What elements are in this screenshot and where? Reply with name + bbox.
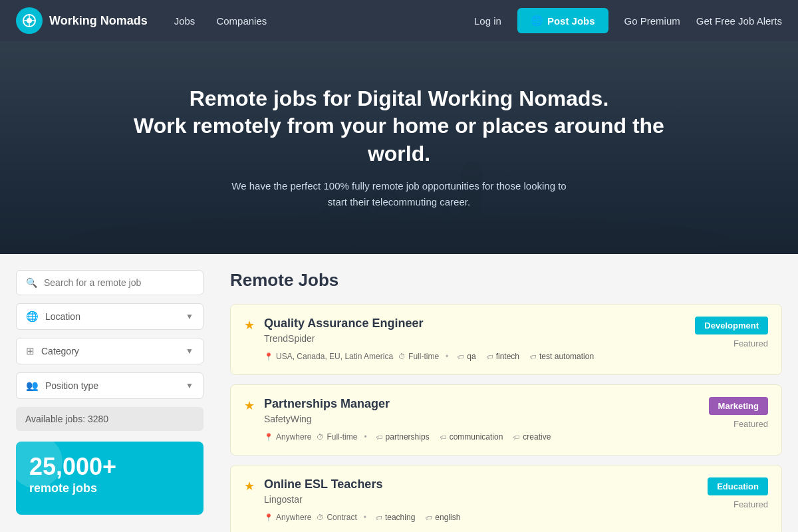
- post-jobs-icon: 🌐: [531, 15, 543, 27]
- tag-icon-1a: 🏷: [376, 434, 383, 441]
- tag-icon-1b: 🏷: [440, 434, 447, 441]
- tag-icon-2a: 🏷: [376, 514, 382, 521]
- job-star-0: ★: [244, 318, 255, 332]
- job-badge-2[interactable]: Education: [708, 477, 768, 495]
- hero-content: Remote jobs for Digital Working Nomads.W…: [0, 41, 798, 254]
- location-dropdown[interactable]: 🌐 Location ▼: [16, 303, 203, 330]
- job-location-2: 📍 Anywhere: [264, 513, 311, 522]
- job-right-2: Education Featured: [688, 477, 768, 509]
- clock-icon-2: ⏱: [317, 513, 324, 521]
- nav-logo[interactable]: Working Nomads: [16, 7, 148, 34]
- tag-icon-0c: 🏷: [530, 353, 537, 360]
- tag-qa: 🏷qa: [455, 350, 478, 362]
- category-chevron-icon: ▼: [186, 346, 194, 356]
- job-badge-0[interactable]: Development: [695, 317, 768, 334]
- post-jobs-button[interactable]: 🌐 Post Jobs: [517, 8, 608, 33]
- jobs-section-title: Remote Jobs: [230, 270, 782, 291]
- logo-text: Working Nomads: [49, 14, 148, 28]
- job-info-1: Partnerships Manager SafetyWing 📍 Anywhe…: [264, 397, 679, 443]
- position-type-chevron-icon: ▼: [186, 381, 194, 390]
- hero-section: Remote jobs for Digital Working Nomads.W…: [0, 41, 798, 254]
- tag-test-automation: 🏷test automation: [527, 350, 597, 362]
- tag-icon-0b: 🏷: [487, 353, 493, 360]
- meta-dot-1: •: [364, 432, 366, 442]
- clock-icon-0: ⏱: [398, 352, 406, 360]
- job-right-0: Development Featured: [688, 317, 768, 348]
- position-type-dropdown[interactable]: 👥 Position type ▼: [16, 372, 203, 399]
- job-meta-0: 📍 USA, Canada, EU, Latin America ⏱ Full-…: [264, 350, 679, 362]
- location-chevron-icon: ▼: [186, 312, 194, 321]
- job-time-1: ⏱ Full-time: [317, 432, 357, 442]
- hero-subtitle: We have the perfect 100% fully remote jo…: [226, 178, 572, 210]
- promo-text: remote jobs: [29, 481, 190, 495]
- tag-icon-0a: 🏷: [458, 353, 464, 360]
- job-location-0: 📍 USA, Canada, EU, Latin America: [264, 352, 393, 361]
- available-jobs-count: Available jobs: 3280: [16, 407, 203, 431]
- location-pin-icon-2: 📍: [264, 513, 273, 522]
- job-featured-2: Featured: [733, 499, 768, 509]
- nav-premium-link[interactable]: Go Premium: [624, 15, 680, 27]
- job-badge-1[interactable]: Marketing: [709, 397, 768, 415]
- clock-icon-1: ⏱: [317, 433, 324, 441]
- location-icon: 🌐: [26, 311, 39, 323]
- meta-dot-2: •: [364, 513, 366, 522]
- job-featured-0: Featured: [733, 338, 768, 348]
- job-meta-1: 📍 Anywhere ⏱ Full-time • 🏷partnerships 🏷…: [264, 431, 679, 443]
- job-featured-1: Featured: [733, 419, 768, 429]
- job-meta-2: 📍 Anywhere ⏱ Contract • 🏷teaching 🏷engli…: [264, 511, 679, 523]
- job-time-2: ⏱ Contract: [317, 513, 356, 522]
- nav-links: Jobs Companies: [174, 15, 474, 27]
- category-icon: ⊞: [26, 345, 35, 357]
- position-type-icon: 👥: [26, 380, 39, 392]
- search-input[interactable]: [44, 277, 194, 288]
- position-type-label: Position type: [45, 380, 186, 391]
- job-title-0: Quality Assurance Engineer: [264, 317, 679, 331]
- job-card-2[interactable]: ★ Online ESL Teachers Lingostar 📍 Anywhe…: [230, 465, 782, 532]
- tag-teaching: 🏷teaching: [373, 511, 418, 523]
- logo-icon: [16, 7, 43, 34]
- job-right-1: Marketing Featured: [688, 397, 768, 429]
- category-label: Category: [41, 346, 186, 356]
- job-title-2: Online ESL Teachers: [264, 477, 679, 491]
- navbar: Working Nomads Jobs Companies Log in 🌐 P…: [0, 0, 798, 41]
- job-info-2: Online ESL Teachers Lingostar 📍 Anywhere…: [264, 477, 679, 523]
- tag-partnerships: 🏷partnerships: [374, 431, 432, 443]
- location-label: Location: [45, 311, 186, 322]
- jobs-section: Remote Jobs ★ Quality Assurance Engineer…: [219, 254, 798, 532]
- nav-alerts-link[interactable]: Get Free Job Alerts: [696, 15, 782, 27]
- sidebar: 🔍 🌐 Location ▼ ⊞ Category ▼ 👥 Position t…: [0, 254, 219, 532]
- tag-icon-2b: 🏷: [426, 514, 432, 521]
- job-location-1: 📍 Anywhere: [264, 432, 311, 442]
- job-company-1: SafetyWing: [264, 414, 679, 424]
- tag-icon-1c: 🏷: [513, 434, 520, 441]
- job-card-1[interactable]: ★ Partnerships Manager SafetyWing 📍 Anyw…: [230, 384, 782, 456]
- job-card-0[interactable]: ★ Quality Assurance Engineer TrendSpider…: [230, 304, 782, 375]
- main-content: 🔍 🌐 Location ▼ ⊞ Category ▼ 👥 Position t…: [0, 254, 798, 532]
- nav-login-link[interactable]: Log in: [474, 15, 501, 27]
- category-dropdown[interactable]: ⊞ Category ▼: [16, 338, 203, 364]
- nav-companies-link[interactable]: Companies: [216, 15, 267, 27]
- nav-jobs-link[interactable]: Jobs: [174, 15, 196, 27]
- nav-right: Log in 🌐 Post Jobs Go Premium Get Free J…: [474, 8, 782, 33]
- location-pin-icon-0: 📍: [264, 352, 273, 361]
- hero-title: Remote jobs for Digital Working Nomads.W…: [133, 85, 665, 168]
- tag-communication: 🏷communication: [438, 431, 506, 443]
- job-company-2: Lingostar: [264, 494, 679, 505]
- job-star-1: ★: [244, 398, 255, 413]
- job-title-1: Partnerships Manager: [264, 397, 679, 411]
- tag-creative: 🏷creative: [511, 431, 553, 443]
- search-box[interactable]: 🔍: [16, 270, 203, 295]
- job-info-0: Quality Assurance Engineer TrendSpider 📍…: [264, 317, 679, 362]
- tag-english: 🏷english: [423, 511, 463, 523]
- job-star-2: ★: [244, 479, 255, 493]
- meta-dot-0: •: [446, 352, 448, 361]
- tag-fintech: 🏷fintech: [484, 350, 522, 362]
- promo-card: 25,000+ remote jobs: [16, 442, 203, 515]
- search-icon: 🔍: [26, 277, 37, 288]
- post-jobs-label: Post Jobs: [547, 15, 595, 27]
- job-company-0: TrendSpider: [264, 333, 679, 344]
- location-pin-icon-1: 📍: [264, 433, 273, 442]
- job-time-0: ⏱ Full-time: [398, 352, 439, 361]
